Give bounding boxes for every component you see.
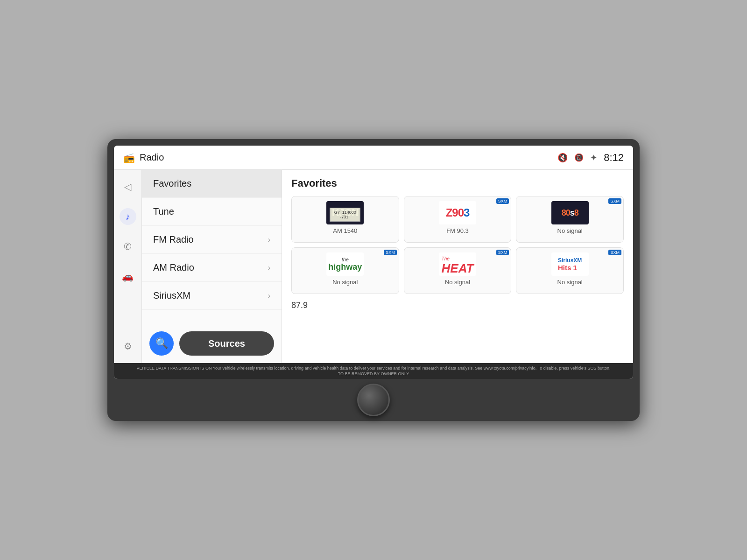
car-display: 📻 Radio 🔇 📵 ✦ 8:12 ◁ ♪ ✆ 🚗 ⚙: [107, 139, 640, 421]
fav-logo-heat: The HEAT: [439, 252, 476, 276]
nav-item-tune[interactable]: Tune: [142, 198, 282, 226]
bluetooth-icon: ✦: [590, 153, 597, 163]
nav-siriusxm-label: SiriusXM: [153, 290, 190, 301]
heat-the-text: The: [442, 256, 450, 261]
fav-card-highway[interactable]: SXM the highway No signal: [291, 247, 399, 294]
car-icon[interactable]: 🚗: [120, 268, 136, 285]
fav-card-80s8[interactable]: SXM 80s8 No signal: [516, 196, 624, 243]
screen-title: Radio: [140, 152, 164, 163]
favorites-title: Favorites: [291, 177, 624, 189]
fav-logo-z903: Z903: [439, 201, 476, 224]
am-radio-chevron-icon: ›: [268, 264, 270, 272]
nav-tune-label: Tune: [153, 206, 174, 217]
nav-menu: Favorites Tune FM Radio › AM Radio › Sir…: [142, 170, 282, 363]
search-icon: 🔍: [155, 337, 168, 350]
heat-station: No signal: [445, 279, 470, 286]
80s8-station: No signal: [557, 227, 583, 234]
z903-station: FM 90.3: [446, 227, 469, 234]
highway-logo-graphic: the highway: [326, 252, 364, 276]
bottom-line1: VEHICLE DATA TRANSMISSION IS ON Your veh…: [119, 366, 628, 371]
fm-radio-chevron-icon: ›: [268, 236, 270, 244]
top-bar-right: 🔇 📵 ✦ 8:12: [557, 152, 624, 164]
z903-text: Z903: [446, 206, 470, 219]
z903-badge: SXM: [496, 198, 509, 204]
fav-logo-sirius: SiriusXMHits 1: [551, 252, 589, 276]
bottom-line2: TO BE REMOVED BY OWNER ONLY: [119, 371, 628, 376]
sirius-station: No signal: [557, 279, 583, 286]
top-bar: 📻 Radio 🔇 📵 ✦ 8:12: [114, 146, 633, 170]
highway-station: No signal: [332, 279, 358, 286]
heat-name-text: HEAT: [442, 261, 474, 276]
highway-badge: SXM: [384, 250, 397, 255]
fav-logo-80s8: 80s8: [551, 201, 589, 224]
top-bar-left: 📻 Radio: [123, 152, 164, 163]
kjon-station: AM 1540: [333, 227, 357, 234]
settings-icon[interactable]: ⚙: [120, 338, 136, 355]
nav-item-am-radio[interactable]: AM Radio ›: [142, 254, 282, 282]
sidebar-icons: ◁ ♪ ✆ 🚗 ⚙: [114, 170, 142, 363]
80s8-text: 80s8: [562, 208, 578, 218]
nav-favorites-label: Favorites: [153, 178, 191, 189]
bottom-info-bar: VEHICLE DATA TRANSMISSION IS ON Your veh…: [114, 363, 633, 379]
nav-item-favorites[interactable]: Favorites: [142, 170, 282, 198]
radio-icon: 📻: [123, 152, 135, 163]
sirius-badge: SXM: [608, 250, 621, 255]
infotainment-screen: 📻 Radio 🔇 📵 ✦ 8:12 ◁ ♪ ✆ 🚗 ⚙: [114, 146, 633, 379]
phone-icon[interactable]: ✆: [120, 238, 136, 255]
kjon-sticker: G7 114000 -731: [330, 208, 360, 222]
highway-name-text: highway: [328, 262, 362, 272]
below-screen: [114, 384, 633, 416]
z903-logo-graphic: Z903: [439, 201, 476, 224]
80s8-logo-graphic: 80s8: [551, 201, 589, 224]
nav-bottom: 🔍 Sources: [142, 324, 282, 363]
nav-am-label: AM Radio: [153, 262, 194, 273]
fav-card-kjon[interactable]: KJON AM 1540 G7 114000 -731: [291, 196, 399, 243]
sirius-logo-graphic: SiriusXMHits 1: [551, 252, 589, 276]
frequency-display: 87.9: [291, 301, 624, 310]
80s8-badge: SXM: [608, 198, 621, 204]
fav-logo-highway: the highway: [326, 252, 364, 276]
nav-item-fm-radio[interactable]: FM Radio ›: [142, 226, 282, 254]
sirius-text: SiriusXMHits 1: [558, 257, 582, 272]
fav-card-heat[interactable]: SXM The HEAT No signal: [404, 247, 512, 294]
heat-logo-graphic: The HEAT: [439, 252, 476, 276]
heat-wrap: The HEAT: [442, 252, 474, 276]
sources-button[interactable]: Sources: [179, 331, 274, 356]
favorites-panel: Favorites KJON AM 1540 G7 114000 -731 SX…: [282, 170, 633, 363]
fav-card-sirius[interactable]: SXM SiriusXMHits 1 No signal: [516, 247, 624, 294]
heat-badge: SXM: [496, 250, 509, 255]
volume-knob[interactable]: [357, 384, 390, 416]
fav-card-z903[interactable]: SXM Z903 FM 90.3: [404, 196, 512, 243]
sources-label: Sources: [208, 338, 245, 349]
nav-item-siriusxm[interactable]: SiriusXM ›: [142, 282, 282, 310]
no-signal-icon: 📵: [574, 153, 584, 162]
navigate-icon[interactable]: ◁: [120, 178, 136, 195]
highway-the-text: the: [342, 257, 349, 262]
main-content: ◁ ♪ ✆ 🚗 ⚙ Favorites Tune FM Radio ›: [114, 170, 633, 363]
search-button[interactable]: 🔍: [149, 331, 174, 356]
mute-icon: 🔇: [557, 153, 568, 163]
nav-fm-label: FM Radio: [153, 234, 194, 245]
music-icon[interactable]: ♪: [120, 208, 136, 225]
siriusxm-chevron-icon: ›: [268, 292, 270, 300]
favorites-grid: KJON AM 1540 G7 114000 -731 SXM Z903: [291, 196, 624, 294]
clock: 8:12: [604, 152, 624, 164]
